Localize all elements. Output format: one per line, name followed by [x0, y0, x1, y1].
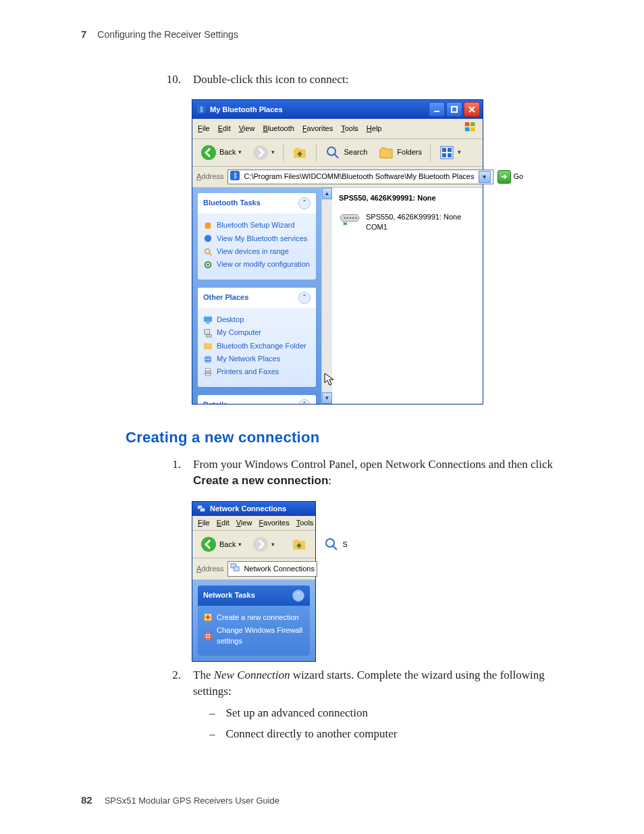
search-label-partial: S: [342, 540, 347, 550]
chapter-number: 7: [81, 27, 86, 41]
window-titlebar[interactable]: My Bluetooth Places: [192, 100, 483, 119]
step-text-part: :: [328, 474, 331, 487]
back-button[interactable]: Back ▾: [196, 142, 246, 163]
menu-tools[interactable]: Tools: [341, 124, 358, 134]
svg-point-29: [355, 217, 357, 219]
services-icon: [203, 234, 213, 243]
group-header: Network Tasks: [203, 590, 255, 600]
folders-button[interactable]: Folders: [374, 142, 426, 163]
task-group-network: Network Tasks ˆ Create a new connection …: [198, 585, 310, 656]
go-button[interactable]: ➔ Go: [498, 170, 524, 184]
chevron-down-icon[interactable]: ▾: [238, 540, 242, 549]
menu-file[interactable]: File: [198, 124, 210, 134]
book-title: SPSx51 Modular GPS Receivers User Guide: [105, 795, 279, 807]
svg-point-13: [205, 235, 212, 242]
svg-rect-38: [205, 632, 212, 640]
menu-view[interactable]: View: [236, 518, 252, 528]
menu-edit[interactable]: Edit: [218, 124, 231, 134]
address-path[interactable]: C:\Program Files\WIDCOMM\Bluetooth Softw…: [244, 172, 474, 182]
menu-edit[interactable]: Edit: [217, 518, 230, 528]
up-folder-button[interactable]: [287, 534, 311, 554]
task-create-connection[interactable]: Create a new connection: [203, 613, 304, 623]
back-button[interactable]: Back ▾: [196, 534, 246, 554]
substep-text: Set up an advanced connection: [226, 705, 369, 721]
network-icon: [203, 355, 213, 364]
forward-button[interactable]: ▾: [248, 534, 279, 554]
svg-rect-36: [234, 567, 240, 571]
menu-favorites[interactable]: Favorites: [259, 518, 289, 528]
menu-help[interactable]: Help: [367, 124, 382, 134]
place-desktop[interactable]: Desktop: [203, 315, 311, 325]
substep-connect-directly: – Connect directly to another computer: [209, 726, 563, 742]
task-label: View My Bluetooth services: [217, 234, 307, 244]
svg-rect-2: [452, 107, 457, 112]
collapse-button[interactable]: ˆ: [298, 399, 311, 404]
svg-rect-24: [206, 374, 211, 376]
up-folder-button[interactable]: [288, 142, 312, 163]
section-heading: Creating a new connection: [126, 427, 563, 448]
place-label: My Network Places: [217, 354, 280, 364]
task-view-services[interactable]: View My Bluetooth services: [203, 234, 311, 244]
search-button[interactable]: S: [319, 534, 351, 554]
collapse-button[interactable]: ˆ: [298, 292, 311, 304]
separator: [283, 144, 284, 161]
search-label: Search: [344, 147, 367, 157]
scroll-down-button[interactable]: ▾: [322, 392, 332, 404]
menu-bluetooth[interactable]: Bluetooth: [263, 124, 294, 134]
svg-point-32: [201, 537, 216, 552]
step-10: 10. Double-click this icon to connect:: [162, 72, 563, 88]
menu-file[interactable]: File: [198, 518, 210, 528]
svg-point-28: [352, 217, 354, 219]
close-button[interactable]: [464, 102, 480, 117]
chevron-down-icon[interactable]: ▾: [271, 540, 275, 549]
menu-favorites[interactable]: Favorites: [302, 124, 333, 134]
group-header: Details: [203, 400, 227, 404]
svg-rect-9: [442, 153, 446, 157]
back-label: Back: [219, 540, 236, 550]
svg-point-16: [207, 263, 209, 266]
forward-button[interactable]: ▾: [248, 142, 279, 163]
folders-label: Folders: [397, 147, 422, 157]
step-number: 10.: [162, 72, 181, 88]
place-label: Desktop: [217, 315, 244, 325]
task-view-devices[interactable]: View devices in range: [203, 246, 311, 257]
address-dropdown[interactable]: ▾: [479, 171, 491, 183]
scroll-up-button[interactable]: ▴: [322, 188, 332, 199]
maximize-button[interactable]: [446, 102, 462, 117]
task-change-firewall[interactable]: Change Windows Firewall settings: [203, 625, 304, 646]
chevron-down-icon[interactable]: ▾: [271, 148, 275, 157]
place-printers[interactable]: Printers and Faxes: [203, 367, 311, 377]
menu-view[interactable]: View: [239, 124, 255, 134]
search-icon: [203, 247, 213, 257]
place-label: My Computer: [217, 328, 261, 338]
svg-rect-23: [206, 369, 211, 371]
place-bt-exchange[interactable]: Bluetooth Exchange Folder: [203, 341, 311, 351]
views-button[interactable]: ▾: [435, 142, 465, 163]
dash: –: [209, 726, 215, 742]
task-modify-config[interactable]: View or modify configuration: [203, 259, 311, 269]
chevron-down-icon[interactable]: ▾: [458, 148, 461, 157]
collapse-button[interactable]: ˆ: [298, 197, 311, 209]
device-port: COM1: [366, 222, 461, 232]
chevron-down-icon[interactable]: ▾: [238, 148, 242, 157]
cursor-icon: [324, 373, 335, 386]
task-bluetooth-setup-wizard[interactable]: Bluetooth Setup Wizard: [203, 220, 311, 230]
window-titlebar[interactable]: Network Connections: [192, 502, 315, 516]
content-area[interactable]: SPS550, 4626K99991: None SPS550, 4626K99…: [332, 188, 483, 404]
device-item[interactable]: SPS550, 4626K99991: None COM1: [336, 211, 479, 240]
place-network[interactable]: My Network Places: [203, 354, 311, 364]
search-button[interactable]: Search: [321, 142, 371, 163]
task-group-other-places: Other Places ˆ Desktop My Computer: [198, 288, 316, 387]
collapse-button[interactable]: ˆ: [292, 590, 304, 602]
place-my-computer[interactable]: My Computer: [203, 328, 311, 338]
go-label: Go: [514, 172, 524, 182]
menu-tools[interactable]: Tools: [296, 518, 314, 528]
task-label: View or modify configuration: [217, 259, 310, 269]
step-number: 2.: [162, 667, 181, 748]
scrollbar-vertical[interactable]: ▴ ▾: [321, 188, 332, 404]
step-text-part: The: [193, 669, 214, 681]
heading-text: SPS550, 4626K99991: None: [339, 193, 436, 203]
separator: [430, 144, 431, 161]
minimize-button[interactable]: [429, 102, 445, 117]
address-text[interactable]: Network Connections: [244, 564, 315, 574]
